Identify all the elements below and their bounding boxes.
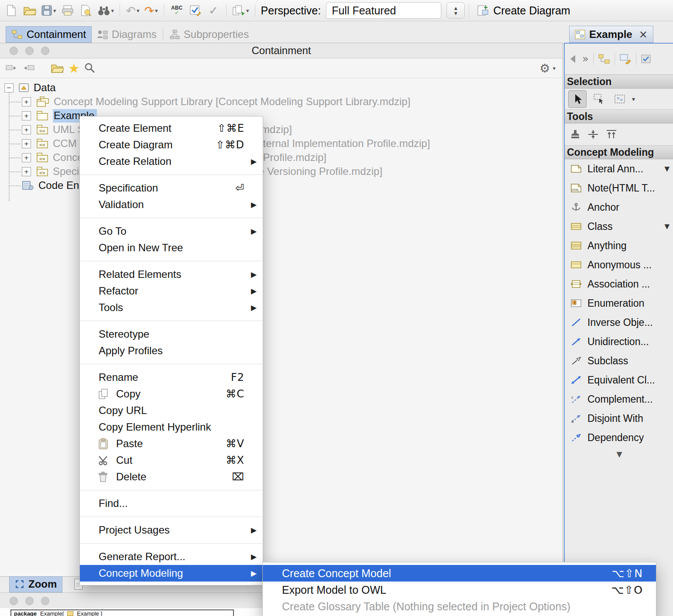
redo-dropdown-arrow-icon[interactable]: ▾ [155,7,158,14]
palette-dropdown-arrow-icon[interactable]: ▼ [664,222,670,230]
diagram-frame-preview[interactable]: package Example[ Example ] [10,609,234,616]
tab-subproperties[interactable]: Subproperties [164,27,254,42]
expand-icon[interactable]: + [22,111,31,120]
expand-icon[interactable]: + [22,153,31,162]
select-tool-button[interactable] [568,90,587,108]
search-icon[interactable] [84,62,96,74]
select-in-containment-icon[interactable] [598,54,610,64]
clipped-toolbar-icon[interactable] [641,54,653,64]
menu-item-go-to[interactable]: Go To▶ [80,223,263,240]
minimize-window-icon[interactable] [25,597,34,605]
open-in-tree-icon[interactable] [51,63,64,73]
tab-example-diagram[interactable]: Example × [569,26,653,43]
menu-item-copy-element-hyperlink[interactable]: Copy Element Hyperlink [80,419,263,435]
copy-paste-tool-button[interactable]: ▾ [230,2,251,19]
expand-icon[interactable]: + [22,97,31,106]
maximize-window-icon[interactable] [41,597,49,605]
marquee-select-button[interactable] [590,91,608,107]
copy-dropdown-arrow-icon[interactable]: ▾ [246,7,249,14]
collapse-icon[interactable]: − [4,83,14,92]
undo-button[interactable]: ↶▾ [124,2,141,19]
menu-item-copy-url[interactable]: Copy URL [80,402,263,419]
expand-icon[interactable]: + [22,167,31,176]
menu-item-tools[interactable]: Tools▶ [80,299,263,316]
palette-dropdown-arrow-icon[interactable]: ▼ [664,165,670,173]
menu-item-apply-profiles[interactable]: Apply Profiles [80,342,263,359]
palette-item-anchor[interactable]: Anchor [565,198,673,217]
palette-item-dependency[interactable]: Dependency [565,428,673,447]
multi-select-button[interactable] [611,91,628,107]
menu-item-concept-modeling[interactable]: Concept Modeling▶ [80,565,263,582]
spelling-button[interactable]: ABC✓ [168,2,185,19]
submenu-item-create-glossary-table-nothing-selected-in-project-options[interactable]: Create Glossary Table (Nothing selected … [263,598,656,615]
commit-button[interactable]: ✓ [205,2,222,19]
redo-button[interactable]: ↷▾ [142,2,160,19]
submenu-item-export-model-to-owl[interactable]: Export Model to OWL⌥⇧O [263,582,656,598]
find-button[interactable]: ▾ [96,2,116,19]
palette-item-unidirection[interactable]: Unidirection... [565,332,673,351]
print-button[interactable] [59,2,76,19]
stamp-tool-icon[interactable] [570,129,580,140]
close-window-icon[interactable] [10,597,18,605]
palette-more-arrow-icon[interactable]: ▼ [565,447,673,461]
maximize-window-icon[interactable] [41,47,49,55]
tab-diagrams[interactable]: Diagrams [91,27,162,42]
expand-icon[interactable]: + [22,125,31,134]
menu-item-related-elements[interactable]: Related Elements▶ [80,266,263,283]
menu-item-copy[interactable]: Copy⌘C [80,386,263,402]
palette-item-inverse-obje[interactable]: Inverse Obje... [565,313,673,332]
close-tab-icon[interactable]: × [639,28,648,41]
palette-item-complement[interactable]: cComplement... [565,390,673,409]
menu-item-create-relation[interactable]: Create Relation▶ [80,153,263,170]
menu-item-create-diagram[interactable]: Create Diagram⇧⌘D [80,137,263,153]
selection-dropdown-arrow-icon[interactable]: ▾ [632,96,635,103]
tree-item-concept-modeling-support-library[interactable]: +Concept Modeling Support Library [Conce… [0,95,563,109]
close-window-icon[interactable] [10,47,18,55]
expand-icon[interactable]: + [22,139,31,148]
undo-dropdown-arrow-icon[interactable]: ▾ [137,7,140,14]
menu-item-create-element[interactable]: Create Element⇧⌘E [80,120,263,137]
menu-item-generate-report[interactable]: Generate Report...▶ [80,548,263,565]
menu-item-paste[interactable]: Paste⌘V [80,435,263,452]
palette-item-anything[interactable]: Anything [565,236,673,255]
palette-item-subclass[interactable]: Subclass [565,351,673,370]
menu-item-stereotype[interactable]: Stereotype [80,326,263,342]
favorites-star-icon[interactable]: ★ [68,61,80,76]
perspective-stepper[interactable]: ▴▾ [446,2,465,19]
palette-item-association[interactable]: Association ... [565,274,673,294]
save-button[interactable]: ▾ [39,2,58,19]
menu-item-open-in-new-tree[interactable]: Open in New Tree [80,240,263,256]
minimize-window-icon[interactable] [25,47,34,55]
align-middle-icon[interactable] [587,129,599,140]
settings-dropdown-arrow-icon[interactable]: ▾ [553,65,556,72]
menu-item-cut[interactable]: Cut⌘X [80,452,263,469]
save-dropdown-arrow-icon[interactable]: ▾ [53,7,56,14]
menu-item-delete[interactable]: Delete⌧ [80,469,263,485]
open-project-button[interactable] [21,2,38,19]
create-diagram-button[interactable]: Create Diagram [477,4,570,17]
palette-item-anonymous[interactable]: Anonymous ... [565,255,673,274]
palette-item-disjoint-with[interactable]: dDisjoint With [565,409,673,428]
validation-button[interactable] [186,2,204,19]
menu-item-find[interactable]: Find... [80,495,263,512]
gear-icon[interactable]: ⚙ [539,62,550,75]
perspective-select[interactable]: Full Featured [326,2,441,19]
menu-item-refactor[interactable]: Refactor▶ [80,283,263,299]
diagram-properties-icon[interactable] [619,54,632,64]
menu-item-project-usages[interactable]: Project Usages▶ [80,522,263,538]
palette-item-equivalent-cl[interactable]: Equivalent Cl... [565,370,673,390]
collapse-all-icon[interactable] [5,63,18,73]
menu-item-specification[interactable]: Specification⏎ [80,180,263,196]
new-project-button[interactable] [3,2,20,19]
expand-all-icon[interactable] [23,63,36,73]
tab-containment[interactable]: Containment [6,27,91,42]
print-preview-button[interactable] [77,2,95,19]
palette-item-literal-ann[interactable]: Literal Ann...▼ [565,159,673,178]
submenu-item-create-concept-model[interactable]: Create Concept Model⌥⇧N [263,565,656,582]
palette-item-class[interactable]: Class▼ [565,217,673,236]
palette-item-note-html-t[interactable]: HTMLNote(HTML T... [565,178,673,198]
align-top-icon[interactable] [606,129,617,140]
menu-item-rename[interactable]: RenameF2 [80,369,263,386]
menu-item-validation[interactable]: Validation▶ [80,196,263,213]
tree-item-data[interactable]: −Data [0,81,563,95]
